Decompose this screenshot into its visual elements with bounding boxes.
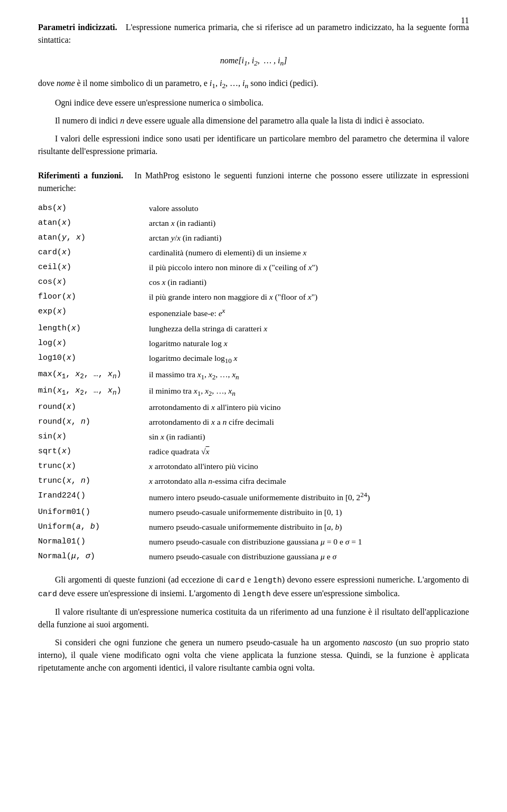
functions-table: abs(x) valore assoluto atan(x) arctan x …: [38, 201, 469, 564]
func-name-trunc: trunc(x): [38, 459, 149, 474]
table-row: log(x) logaritmo naturale log x: [38, 336, 469, 351]
func-name-log: log(x): [38, 336, 149, 351]
table-row: round(x, n) arrotondamento di x a n cifr…: [38, 415, 469, 429]
func-desc-normal01: numero pseudo-casuale con distribuzione …: [149, 534, 469, 549]
func-name-roundxn: round(x, n): [38, 415, 149, 429]
table-row: round(x) arrotondamento di x all'intero …: [38, 400, 469, 415]
func-name-atanx: atan(x): [38, 216, 149, 231]
p-valori-indice: I valori delle espressioni indice sono u…: [38, 132, 469, 158]
func-desc-ceil: il più piccolo intero non minore di x ("…: [149, 260, 469, 275]
table-row: Irand224() numero intero pseudo-casuale …: [38, 489, 469, 505]
table-row: length(x) lunghezza della stringa di car…: [38, 321, 469, 336]
func-desc-card: cardinalità (numero di elementi) di un i…: [149, 245, 469, 260]
table-row: Uniform(a, b) numero pseudo-casuale unif…: [38, 520, 469, 534]
table-row: trunc(x, n) x arrotondato alla n-essima …: [38, 474, 469, 489]
p-ogni-indice: Ogni indice deve essere un'espressione n…: [38, 97, 469, 109]
func-desc-trunc: x arrotondato all'intero più vicino: [149, 459, 469, 474]
func-desc-min: il minimo tra x1, x2, …, xn: [149, 384, 469, 400]
table-row: exp(x) esponenziale base-e: ex: [38, 304, 469, 321]
table-row: sqrt(x) radice quadrata √x: [38, 444, 469, 459]
func-name-normalmus: Normal(μ, σ): [38, 549, 149, 564]
func-name-floor: floor(x): [38, 290, 149, 304]
func-desc-log10: logaritmo decimale log10 x: [149, 351, 469, 367]
table-row: log10(x) logaritmo decimale log10 x: [38, 351, 469, 367]
where-clause: dove nome è il nome simbolico di un para…: [38, 77, 469, 91]
func-name-ceil: ceil(x): [38, 260, 149, 275]
func-name-max: max(x1, x2, …, xn): [38, 367, 149, 384]
func-desc-cos: cos x (in radianti): [149, 275, 469, 290]
func-name-card: card(x): [38, 245, 149, 260]
table-row: floor(x) il più grande intero non maggio…: [38, 290, 469, 304]
table-row: min(x1, x2, …, xn) il minimo tra x1, x2,…: [38, 384, 469, 400]
func-desc-atanx: arctan x (in radianti): [149, 216, 469, 231]
func-name-abs: abs(x): [38, 201, 149, 216]
footer-p2: Il valore risultante di un'espressione n…: [38, 606, 469, 631]
section-title-parametri: Parametri indicizzati.: [38, 23, 117, 32]
func-name-uniformab: Uniform(a, b): [38, 520, 149, 534]
func-desc-truncxn: x arrotondato alla n-essima cifra decima…: [149, 474, 469, 489]
func-desc-length: lunghezza della stringa di caratteri x: [149, 321, 469, 336]
func-desc-log: logaritmo naturale log x: [149, 336, 469, 351]
ref-funzioni-title: Riferimenti a funzioni.: [38, 171, 123, 180]
func-desc-sqrt: radice quadrata √x: [149, 444, 469, 459]
footer-p3: Si consideri che ogni funzione che gener…: [38, 636, 469, 674]
table-row: atan(y, x) arctan y/x (in radianti): [38, 231, 469, 245]
func-name-irand: Irand224(): [38, 489, 149, 505]
func-name-uniform01: Uniform01(): [38, 505, 149, 520]
func-name-sqrt: sqrt(x): [38, 444, 149, 459]
table-row: card(x) cardinalità (numero di elementi)…: [38, 245, 469, 260]
func-desc-floor: il più grande intero non maggiore di x (…: [149, 290, 469, 304]
func-name-round: round(x): [38, 400, 149, 415]
func-desc-irand: numero intero pseudo-casuale uniformemen…: [149, 489, 469, 505]
ref-funzioni-para: Riferimenti a funzioni. In MathProg esis…: [38, 169, 469, 195]
func-desc-uniformab: numero pseudo-casuale uniformemente dist…: [149, 520, 469, 534]
func-name-min: min(x1, x2, …, xn): [38, 384, 149, 400]
func-name-normal01: Normal01(): [38, 534, 149, 549]
table-row: ceil(x) il più piccolo intero non minore…: [38, 260, 469, 275]
func-desc-roundxn: arrotondamento di x a n cifre decimali: [149, 415, 469, 429]
table-row: abs(x) valore assoluto: [38, 201, 469, 216]
table-row: Uniform01() numero pseudo-casuale unifor…: [38, 505, 469, 520]
table-row: Normal01() numero pseudo-casuale con dis…: [38, 534, 469, 549]
func-name-sin: sin(x): [38, 429, 149, 444]
table-row: cos(x) cos x (in radianti): [38, 275, 469, 290]
func-name-length: length(x): [38, 321, 149, 336]
func-desc-normalmus: numero pseudo-casuale con distribuzione …: [149, 549, 469, 564]
func-desc-sin: sin x (in radianti): [149, 429, 469, 444]
table-row: atan(x) arctan x (in radianti): [38, 216, 469, 231]
func-desc-atanyx: arctan y/x (in radianti): [149, 231, 469, 245]
p-numero-indici: Il numero di indici n deve essere uguale…: [38, 114, 469, 127]
table-row: trunc(x) x arrotondato all'intero più vi…: [38, 459, 469, 474]
func-name-truncxn: trunc(x, n): [38, 474, 149, 489]
table-row: max(x1, x2, …, xn) il massimo tra x1, x2…: [38, 367, 469, 384]
func-desc-abs: valore assoluto: [149, 201, 469, 216]
func-name-cos: cos(x): [38, 275, 149, 290]
formula-display: nome[i1, i2, … , in]: [38, 56, 469, 68]
func-name-exp: exp(x): [38, 304, 149, 321]
table-row: Normal(μ, σ) numero pseudo-casuale con d…: [38, 549, 469, 564]
func-desc-max: il massimo tra x1, x2, …, xn: [149, 367, 469, 384]
footer-p1: Gli argomenti di queste funzioni (ad ecc…: [38, 574, 469, 600]
func-name-log10: log10(x): [38, 351, 149, 367]
func-name-atanyx: atan(y, x): [38, 231, 149, 245]
func-desc-uniform01: numero pseudo-casuale uniformemente dist…: [149, 505, 469, 520]
func-desc-exp: esponenziale base-e: ex: [149, 304, 469, 321]
func-desc-round: arrotondamento di x all'intero più vicin…: [149, 400, 469, 415]
page-number: 11: [461, 16, 469, 25]
table-row: sin(x) sin x (in radianti): [38, 429, 469, 444]
